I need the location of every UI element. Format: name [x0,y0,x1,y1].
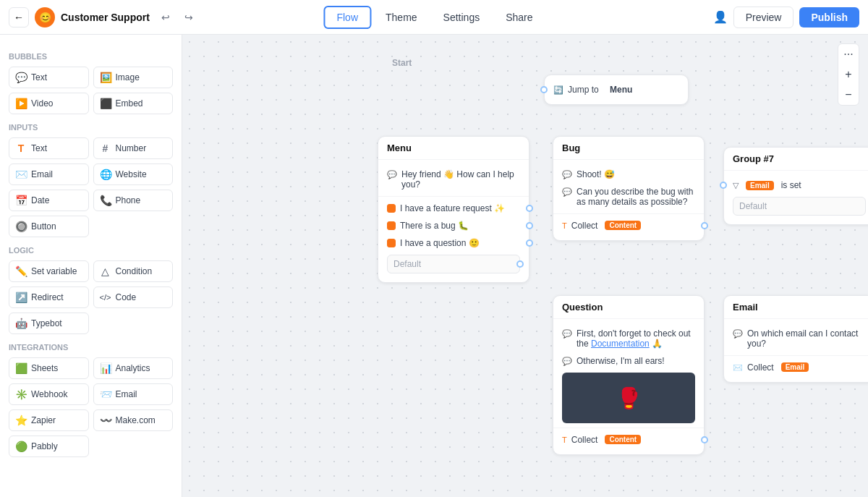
jump-label: Jump to [568,85,599,95]
condition-label: Condition [116,266,153,276]
sidebar-item-makecom[interactable]: 〰️ Make.com [93,409,174,431]
bubble-icon: 💬 [387,170,397,179]
sidebar-item-analytics[interactable]: 📊 Analytics [93,357,174,379]
jump-target: Menu [610,85,632,95]
canvas[interactable]: Start Menu 💬 Hey friend 👋 How can I help… [182,35,868,497]
tab-settings[interactable]: Settings [432,7,492,27]
sidebar-item-text-input[interactable]: T Text [9,137,89,159]
sidebar-item-button[interactable]: 🔘 Button [9,216,89,237]
date-icon: 📅 [15,195,27,206]
zoom-dots-button[interactable]: ··· [838,44,859,64]
node-bug[interactable]: Bug 💬 Shoot! 😅 💬 Can you describe the bu… [553,136,705,241]
sidebar-item-embed[interactable]: ⬛ Embed [93,93,174,114]
video-label: Video [31,98,53,109]
sidebar-item-image[interactable]: 🖼️ Image [93,67,174,88]
sidebar-item-setvariable[interactable]: ✏️ Set variable [9,260,89,282]
logic-section-label: Logic [9,246,173,255]
group7-filter-row: ▽ Email is set [724,177,868,194]
sidebar-item-webhook[interactable]: ✳️ Webhook [9,383,89,405]
question-node-title: Question [553,296,704,319]
question-docs-row: 💬 First, don't forget to check out the D… [553,325,704,352]
zoom-out-button[interactable]: − [838,85,859,105]
makecom-icon: 〰️ [100,415,111,426]
node-group7[interactable]: Group #7 ▽ Email is set Default [723,147,868,225]
bubble-icon-bug1: 💬 [562,170,572,179]
tab-theme[interactable]: Theme [374,7,429,27]
button-icon: 🔘 [15,221,27,232]
zoom-in-button[interactable]: + [838,64,859,85]
filter-icon: ▽ [733,181,739,190]
undo-button[interactable]: ↩ [156,7,176,27]
phone-icon: 📞 [100,195,111,206]
bug-collect-badge: Content [605,221,641,230]
connector-right-3 [526,239,533,247]
choice-feature[interactable]: I have a feature request ✨ [378,200,529,217]
choice-question[interactable]: I have a question 🙂 [378,234,529,252]
connector-right-default [516,260,524,268]
sidebar-item-text[interactable]: 💬 Text [9,67,89,88]
menu-node-title: Menu [378,137,529,160]
redirect-label: Redirect [31,292,64,302]
analytics-icon: 📊 [100,362,111,374]
bug-describe-text: Can you describe the bug with as many de… [576,187,695,207]
group7-connector-left [720,182,727,189]
redirect-icon: ↗️ [15,292,27,303]
question-docs-text: First, don't forget to check out the Doc… [576,328,695,349]
docs-link[interactable]: Documentation [591,339,650,349]
menu-default[interactable]: Default [387,255,520,273]
phone-label: Phone [116,195,141,205]
tab-flow[interactable]: Flow [323,6,371,29]
sidebar-item-typebot[interactable]: 🤖 Typebot [9,313,89,334]
sidebar-item-condition[interactable]: △ Condition [93,260,174,282]
jump-icon: 🔄 [553,85,563,95]
group7-default-text: Default [739,201,767,211]
webhook-label: Webhook [31,389,67,399]
code-icon: </> [100,293,111,302]
choice-bug[interactable]: There is a bug 🐛 [378,217,529,234]
bug-collect-row: T Collect Content [553,217,704,234]
nav-tabs: Flow Theme Settings Share [323,6,544,29]
back-icon: ← [14,12,24,23]
inputs-grid: T Text # Number ✉️ Email 🌐 Website 📅 Dat… [9,137,173,237]
sidebar-item-code[interactable]: </> Code [93,286,174,308]
node-jump-menu[interactable]: 🔄 Jump to Menu [544,75,689,105]
question-collect-badge: Content [605,435,641,444]
node-email[interactable]: Email 💬 On which email can I contact you… [723,295,868,383]
bubble-icon-q1: 💬 [562,329,572,339]
project-name: Customer Support [61,12,150,23]
integrations-section-label: Integrations [9,343,173,352]
sidebar-item-date[interactable]: 📅 Date [9,190,89,211]
question-collect-row: T Collect Content [553,431,704,449]
group7-default[interactable]: Default [733,197,866,216]
sidebar-item-zapier[interactable]: ⭐ Zapier [9,409,89,431]
node-menu[interactable]: Menu 💬 Hey friend 👋 How can I help you? … [378,136,529,283]
webhook-icon: ✳️ [15,388,27,400]
sidebar-item-redirect[interactable]: ↗️ Redirect [9,286,89,308]
sidebar-item-sheets[interactable]: 🟩 Sheets [9,357,89,379]
integrations-grid: 🟩 Sheets 📊 Analytics ✳️ Webhook 📨 Email … [9,357,173,457]
sidebar-item-email-int[interactable]: 📨 Email [93,383,174,405]
bubbles-grid: 💬 Text 🖼️ Image ▶️ Video ⬛ Embed [9,67,173,114]
sidebar-item-website[interactable]: 🌐 Website [93,163,174,185]
redo-button[interactable]: ↪ [179,7,199,27]
tab-share[interactable]: Share [494,7,544,27]
collect-icon-q: T [562,436,567,444]
bug-node-body: 💬 Shoot! 😅 💬 Can you describe the bug wi… [553,160,704,240]
back-button[interactable]: ← [9,7,29,27]
node-question[interactable]: Question 💬 First, don't forget to check … [553,295,705,455]
sidebar-item-phone[interactable]: 📞 Phone [93,190,174,211]
text-bubble-icon: 💬 [15,72,27,83]
sidebar-item-number[interactable]: # Number [93,137,174,159]
sidebar-item-video[interactable]: ▶️ Video [9,93,89,114]
start-label: Start [392,58,412,68]
preview-button[interactable]: Preview [733,7,794,28]
bubbles-section-label: Bubbles [9,52,173,61]
number-icon: # [100,143,111,154]
sidebar-item-email[interactable]: ✉️ Email [9,163,89,185]
email-question-text: On which email can I contact you? [747,328,866,349]
email-int-icon: 📨 [100,388,111,400]
question-image-emoji: 🥊 [616,386,642,410]
bug-connector-right [701,222,708,229]
sidebar-item-pabbly[interactable]: 🟢 Pabbly [9,436,89,457]
publish-button[interactable]: Publish [799,7,859,27]
